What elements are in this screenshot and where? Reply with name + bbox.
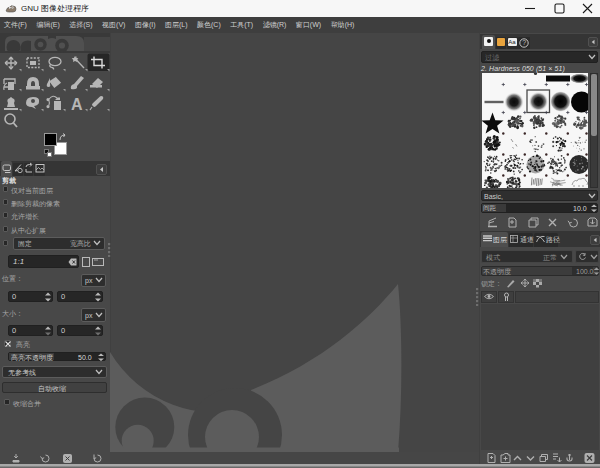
- svg-text:?: ?: [522, 39, 526, 46]
- svg-text:A: A: [71, 96, 83, 113]
